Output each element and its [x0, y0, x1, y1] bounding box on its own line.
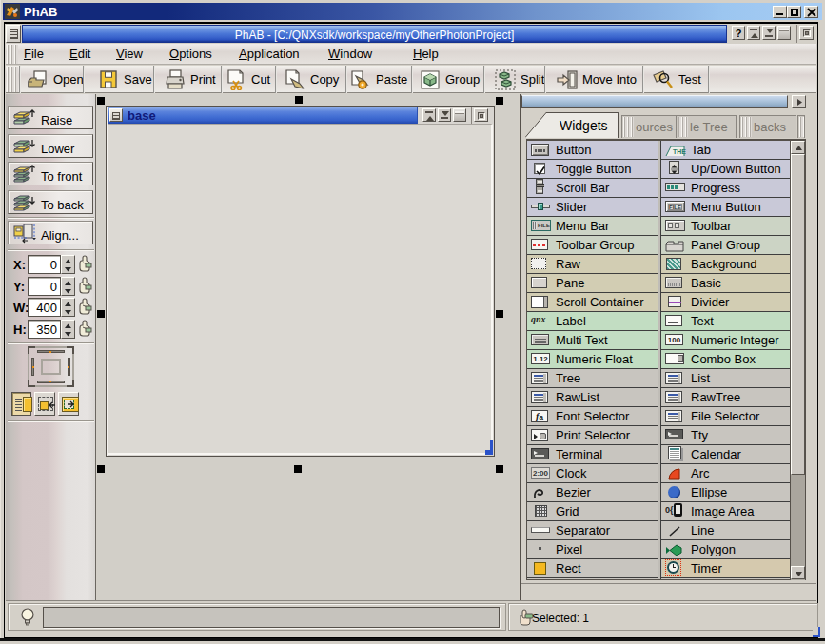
svg-text:THE: THE	[673, 148, 686, 155]
